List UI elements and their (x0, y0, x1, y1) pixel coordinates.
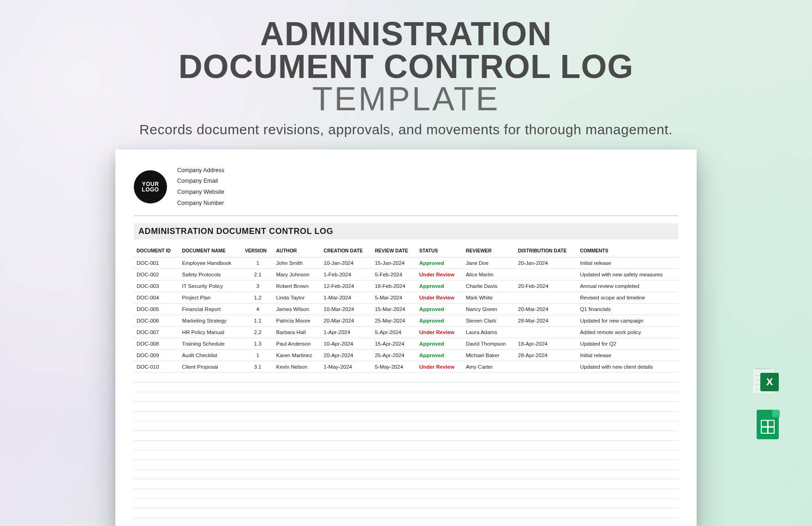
cell-comments: Initial release (577, 257, 678, 269)
cell-review-date: 5-May-2024 (372, 361, 416, 372)
cell-reviewer: Charlie Davis (463, 280, 515, 292)
cell-author: Kevin Nelson (274, 361, 321, 372)
cell-reviewer: Steven Clark (463, 315, 515, 326)
cell-document-name: HR Policy Manual (179, 326, 242, 338)
blank-row (134, 441, 678, 450)
cell-review-date: 15-Apr-2024 (372, 338, 416, 349)
col-document-id: DOCUMENT ID (134, 244, 179, 257)
google-sheets-icon (752, 408, 785, 441)
cell-document-name: Audit Checklist (179, 349, 242, 361)
table-row: DOC-003IT Security Policy3Robert Brown12… (134, 280, 678, 292)
cell-version: 1 (242, 257, 274, 269)
cell-document-id: DOC-010 (134, 361, 179, 372)
col-comments: COMMENTS (577, 244, 678, 257)
blank-row (134, 470, 678, 479)
company-info: Company Address Company Email Company We… (177, 165, 224, 209)
cell-comments: Added remote work policy (577, 326, 678, 338)
cell-distribution-date: 28-Mar-2024 (515, 315, 577, 326)
cell-reviewer: Laura Adams (463, 326, 515, 338)
table-row: DOC-005Financial Report4James Wilson10-M… (134, 303, 678, 315)
cell-version: 2.2 (242, 326, 274, 338)
cell-reviewer: David Thompson (463, 338, 515, 349)
cell-comments: Updated for Q2 (577, 338, 678, 349)
cell-version: 1.2 (242, 292, 274, 303)
cell-creation-date: 1-Apr-2024 (321, 326, 372, 338)
blank-row (134, 392, 678, 402)
cell-creation-date: 10-Apr-2024 (321, 338, 372, 349)
cell-status: Approved (417, 349, 463, 361)
letterhead: YOUR LOGO Company Address Company Email … (134, 165, 678, 209)
cell-author: John Smith (274, 257, 321, 269)
cell-distribution-date (515, 361, 577, 372)
blank-row (134, 421, 678, 431)
cell-author: Robert Brown (274, 280, 321, 292)
cell-author: Paul Anderson (274, 338, 321, 349)
blank-row (134, 431, 678, 441)
cell-document-name: Financial Report (179, 303, 242, 315)
cell-reviewer: Michael Baker (463, 349, 515, 361)
col-author: AUTHOR (274, 244, 321, 257)
blank-row (134, 479, 678, 489)
cell-document-id: DOC-005 (134, 303, 179, 315)
cell-creation-date: 1-Feb-2024 (321, 269, 372, 280)
cell-status: Approved (417, 257, 463, 269)
col-document-name: DOCUMENT NAME (179, 244, 242, 257)
document-sheet: YOUR LOGO Company Address Company Email … (115, 149, 697, 526)
blank-row (134, 508, 678, 518)
cell-document-id: DOC-003 (134, 280, 179, 292)
table-row: DOC-006Marketing Strategy1.1Patricia Moo… (134, 315, 678, 326)
cell-status: Approved (417, 280, 463, 292)
cell-status: Under Review (417, 292, 463, 303)
cell-comments: Updated with new safety measures (577, 269, 678, 280)
logo-text-2: LOGO (142, 187, 159, 193)
blank-row (134, 373, 678, 383)
document-log-table: DOCUMENT ID DOCUMENT NAME VERSION AUTHOR… (134, 244, 678, 373)
cell-author: Patricia Moore (274, 315, 321, 326)
cell-version: 1.1 (242, 315, 274, 326)
cell-document-id: DOC-004 (134, 292, 179, 303)
cell-document-name: Client Proposal (179, 361, 242, 372)
cell-document-name: Employee Handbook (179, 257, 242, 269)
cell-status: Under Review (417, 269, 463, 280)
cell-comments: Q1 financials (577, 303, 678, 315)
cell-version: 1.3 (242, 338, 274, 349)
cell-comments: Updated with new client details (577, 361, 678, 372)
blank-row (134, 402, 678, 412)
cell-distribution-date (515, 326, 577, 338)
cell-review-date: 25-Mar-2024 (372, 315, 416, 326)
sheet-title-bar: ADMINISTRATION DOCUMENT CONTROL LOG (134, 223, 678, 239)
cell-creation-date: 10-Mar-2024 (321, 303, 372, 315)
cell-creation-date: 10-Jan-2024 (321, 257, 372, 269)
cell-document-id: DOC-008 (134, 338, 179, 349)
cell-status: Approved (417, 338, 463, 349)
col-review-date: REVIEW DATE (372, 244, 416, 257)
cell-reviewer: Jane Doe (463, 257, 515, 269)
page-title: ADMINISTRATION DOCUMENT CONTROL LOG TEMP… (0, 18, 812, 115)
cell-creation-date: 20-Apr-2024 (321, 349, 372, 361)
col-creation-date: CREATION DATE (321, 244, 372, 257)
blank-row (134, 383, 678, 392)
cell-distribution-date: 18-Apr-2024 (515, 338, 577, 349)
cell-distribution-date: 20-Mar-2024 (515, 303, 577, 315)
cell-version: 2.1 (242, 269, 274, 280)
cell-creation-date: 1-Mar-2024 (321, 292, 372, 303)
excel-icon: X (752, 365, 785, 398)
hero: ADMINISTRATION DOCUMENT CONTROL LOG TEMP… (0, 0, 812, 137)
col-version: VERSION (242, 244, 274, 257)
title-line-1: ADMINISTRATION (260, 15, 552, 52)
cell-author: Karen Martinez (274, 349, 321, 361)
cell-comments: Updated for new campaign (577, 315, 678, 326)
table-row: DOC-010Client Proposal3.1Kevin Nelson1-M… (134, 361, 678, 372)
cell-distribution-date (515, 292, 577, 303)
col-reviewer: REVIEWER (463, 244, 515, 257)
cell-document-id: DOC-001 (134, 257, 179, 269)
cell-review-date: 5-Feb-2024 (372, 269, 416, 280)
cell-reviewer: Amy Carter (463, 361, 515, 372)
company-address: Company Address (177, 165, 224, 176)
table-row: DOC-002Safety Protocols2.1Mary Johnson1-… (134, 269, 678, 280)
cell-creation-date: 20-Mar-2024 (321, 315, 372, 326)
cell-author: James Wilson (274, 303, 321, 315)
blank-row (134, 518, 678, 526)
company-email: Company Email (177, 176, 224, 187)
cell-reviewer: Nancy Green (463, 303, 515, 315)
